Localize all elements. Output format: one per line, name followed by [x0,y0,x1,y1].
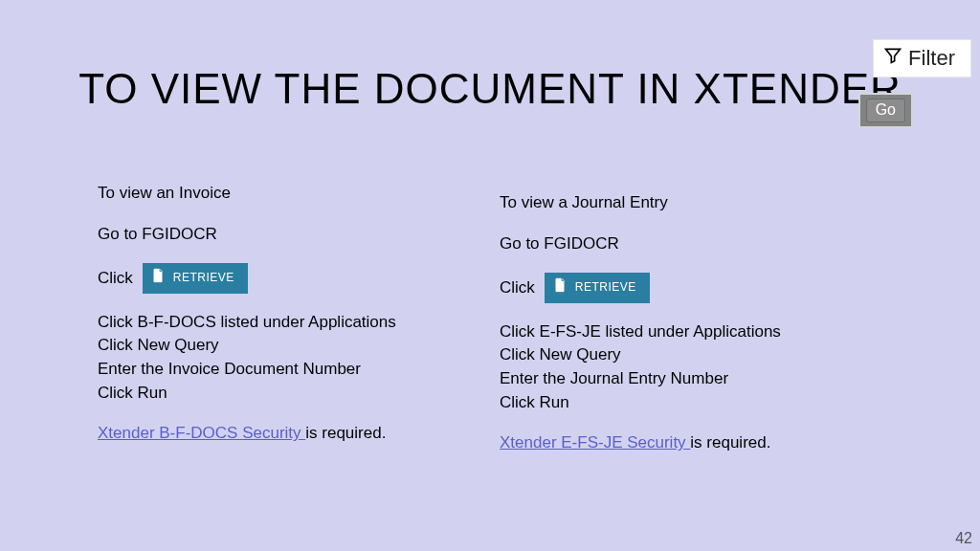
right-step1: Click E-FS-JE listed under Applications [500,320,882,344]
left-intro: To view an Invoice [98,182,480,206]
retrieve-button[interactable]: RETRIEVE [545,273,650,302]
slide-title: TO VIEW THE DOCUMENT IN XTENDER [0,65,980,113]
go-button[interactable]: Go [866,99,905,122]
right-security-req: is required. [690,433,770,452]
retrieve-label: RETRIEVE [173,270,234,286]
left-security-line: Xtender B-F-DOCS Security is required. [98,422,480,446]
filter-button[interactable]: Filter [874,40,970,77]
right-click-row: Click RETRIEVE [500,273,882,302]
right-column: To view a Journal Entry Go to FGIDOCR Cl… [500,191,882,455]
left-step1: Click B-F-DOCS listed under Applications [98,311,480,335]
left-step3: Enter the Invoice Document Number [98,358,480,382]
page-number: 42 [955,530,972,547]
right-step4: Click Run [500,391,882,415]
document-icon [150,268,166,288]
left-step2: Click New Query [98,334,480,358]
go-button-frame: Go [858,93,913,128]
right-step3: Enter the Journal Entry Number [500,367,882,391]
slide: TO VIEW THE DOCUMENT IN XTENDER Filter G… [0,0,980,551]
right-security-link[interactable]: Xtender E-FS-JE Security [500,433,690,452]
left-step4: Click Run [98,382,480,406]
funnel-icon [883,46,902,71]
retrieve-label: RETRIEVE [575,279,636,296]
document-icon [552,277,568,298]
left-click-row: Click RETRIEVE [98,263,480,293]
left-column: To view an Invoice Go to FGIDOCR Click R… [98,182,480,446]
right-intro: To view a Journal Entry [500,191,882,215]
right-security-line: Xtender E-FS-JE Security is required. [500,431,882,455]
left-security-link[interactable]: Xtender B-F-DOCS Security [98,424,305,442]
right-step2: Click New Query [500,343,882,367]
right-click-text: Click [500,276,535,300]
left-click-text: Click [98,267,133,291]
right-goto: Go to FGIDOCR [500,232,882,256]
left-goto: Go to FGIDOCR [98,223,480,247]
filter-label: Filter [908,46,955,71]
left-security-req: is required. [305,424,386,442]
retrieve-button[interactable]: RETRIEVE [143,263,248,293]
